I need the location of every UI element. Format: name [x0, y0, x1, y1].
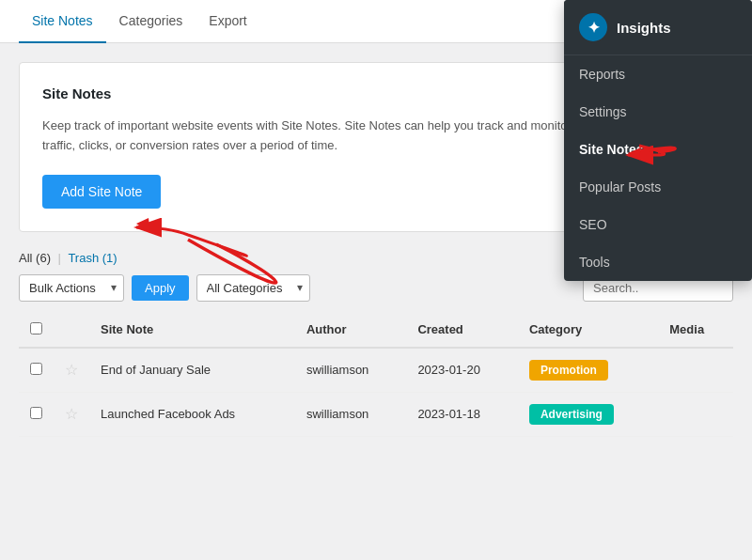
row-category: Promotion — [518, 348, 658, 393]
table-row: ☆ Launched Facebook Ads swilliamson 2023… — [19, 392, 733, 436]
dropdown-title: Insights — [617, 20, 671, 36]
categories-select[interactable]: All Categories — [196, 274, 310, 302]
row-author: swilliamson — [295, 392, 407, 436]
dropdown-header: ✦ Insights — [564, 0, 752, 55]
add-site-note-button[interactable]: Add Site Note — [42, 175, 161, 209]
dropdown-item-popular-posts[interactable]: Popular Posts — [564, 168, 752, 206]
row-site-note: Launched Facebook Ads — [89, 392, 295, 436]
all-tab[interactable]: All (6) — [19, 251, 51, 265]
tab-categories[interactable]: Categories — [106, 0, 196, 43]
col-header-site-note: Site Note — [89, 313, 295, 348]
dropdown-item-site-notes[interactable]: Site Notes — [564, 131, 752, 168]
row-checkbox[interactable] — [30, 363, 42, 375]
table-row: ☆ End of January Sale swilliamson 2023-0… — [19, 348, 733, 393]
table-header-row: Site Note Author Created Category Media — [19, 313, 733, 348]
dropdown-item-tools[interactable]: Tools — [564, 243, 752, 281]
col-header-author: Author — [295, 313, 407, 348]
dropdown-item-settings[interactable]: Settings — [564, 93, 752, 131]
insights-icon: ✦ — [579, 13, 607, 41]
bulk-actions-select[interactable]: Bulk Actions — [19, 274, 124, 302]
row-checkbox-cell — [19, 392, 54, 436]
row-category: Advertising — [518, 392, 658, 436]
dropdown-item-seo[interactable]: SEO — [564, 206, 752, 243]
row-star-cell: ☆ — [54, 348, 89, 393]
row-checkbox-cell — [19, 348, 54, 393]
category-badge: Advertising — [529, 404, 614, 425]
row-checkbox[interactable] — [30, 407, 42, 419]
row-media — [658, 348, 733, 393]
col-header-checkbox — [19, 313, 54, 348]
row-author: swilliamson — [295, 348, 407, 393]
apply-button[interactable]: Apply — [132, 275, 189, 301]
col-header-created: Created — [406, 313, 518, 348]
trash-tab[interactable]: Trash (1) — [68, 251, 117, 265]
tab-site-notes[interactable]: Site Notes — [19, 0, 106, 43]
star-icon[interactable]: ☆ — [65, 362, 78, 378]
col-header-media: Media — [658, 313, 733, 348]
row-star-cell: ☆ — [54, 392, 89, 436]
tab-export[interactable]: Export — [196, 0, 259, 43]
row-site-note: End of January Sale — [89, 348, 295, 393]
select-all-checkbox[interactable] — [30, 322, 42, 334]
row-media — [658, 392, 733, 436]
star-icon[interactable]: ☆ — [65, 406, 78, 422]
col-header-star — [54, 313, 89, 348]
col-header-category: Category — [518, 313, 658, 348]
dropdown-item-reports[interactable]: Reports — [564, 55, 752, 93]
categories-wrap: All Categories — [196, 274, 310, 302]
category-badge: Promotion — [529, 360, 608, 381]
notes-table: Site Note Author Created Category Media … — [19, 313, 733, 437]
row-created: 2023-01-18 — [406, 392, 518, 436]
insights-dropdown: ✦ Insights ReportsSettingsSite NotesPopu… — [564, 0, 752, 281]
bulk-actions-wrap: Bulk Actions — [19, 274, 124, 302]
dropdown-items: ReportsSettingsSite NotesPopular PostsSE… — [564, 55, 752, 281]
row-created: 2023-01-20 — [406, 348, 518, 393]
